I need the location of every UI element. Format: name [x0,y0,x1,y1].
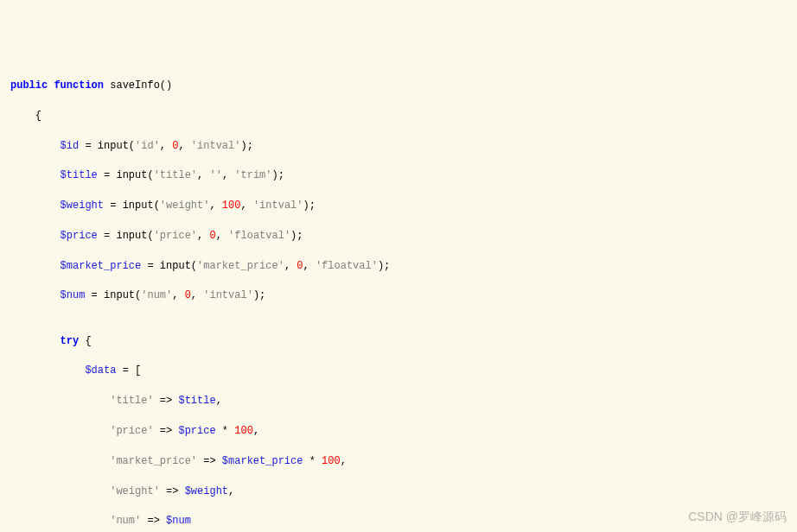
code-line: 'weight' => $weight, [10,484,797,499]
code-line: $id = input('id', 0, 'intval'); [10,139,797,154]
code-line: 'price' => $price * 100, [10,424,797,439]
code-line: $price = input('price', 0, 'floatval'); [10,229,797,244]
code-line: { [10,109,797,124]
code-line: try { [10,334,797,349]
code-line: 'title' => $title, [10,394,797,408]
code-block: public function saveInfo() { $id = input… [10,64,797,532]
code-line: 'market_price' => $market_price * 100, [10,454,797,469]
code-line: 'num' => $num [10,514,797,529]
code-line: $num = input('num', 0, 'intval'); [10,288,797,303]
code-line: $title = input('title', '', 'trim'); [10,168,797,183]
watermark-text: CSDN @罗峰源码 [688,508,787,525]
code-line: public function saveInfo() [10,79,797,93]
code-line: $weight = input('weight', 100, 'intval')… [10,199,797,213]
code-line: $data = [ [10,364,797,378]
code-line: $market_price = input('market_price', 0,… [10,259,797,274]
